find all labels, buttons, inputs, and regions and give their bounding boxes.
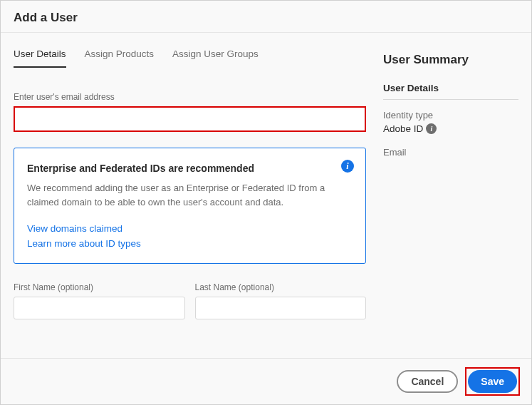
view-domains-link[interactable]: View domains claimed — [27, 223, 353, 234]
id-type-info-card: i Enterprise and Federated IDs are recom… — [14, 148, 366, 264]
email-field-highlight — [14, 106, 366, 132]
last-name-label: Last Name (optional) — [195, 282, 367, 292]
dialog-footer: Cancel Save — [1, 358, 531, 404]
summary-section-header: User Details — [383, 83, 518, 100]
cancel-button[interactable]: Cancel — [397, 370, 458, 393]
info-icon[interactable]: i — [426, 123, 437, 134]
email-label: Enter user's email address — [14, 92, 366, 102]
learn-id-types-link[interactable]: Learn more about ID types — [27, 238, 353, 249]
name-row: First Name (optional) Last Name (optiona… — [14, 282, 366, 319]
info-card-body: We recommend adding the user as an Enter… — [27, 181, 353, 209]
tab-assign-user-groups[interactable]: Assign User Groups — [172, 48, 259, 68]
dialog-body: User Details Assign Products Assign User… — [1, 33, 531, 358]
identity-type-text: Adobe ID — [383, 123, 423, 134]
dialog-title: Add a User — [14, 11, 518, 25]
add-user-dialog: Add a User User Details Assign Products … — [0, 0, 532, 405]
identity-type-label: Identity type — [383, 110, 518, 121]
tab-assign-products[interactable]: Assign Products — [85, 48, 155, 68]
first-name-input[interactable] — [14, 297, 185, 319]
dialog-header: Add a User — [1, 1, 531, 33]
save-button-highlight: Save — [465, 367, 520, 396]
info-icon: i — [341, 160, 354, 173]
summary-email-label: Email — [383, 147, 518, 158]
identity-type-value: Adobe ID i — [383, 123, 518, 134]
email-input[interactable] — [15, 108, 365, 130]
info-card-title: Enterprise and Federated IDs are recomme… — [27, 163, 353, 174]
first-name-label: First Name (optional) — [14, 282, 185, 292]
summary-title: User Summary — [383, 53, 518, 67]
left-panel: User Details Assign Products Assign User… — [14, 33, 383, 358]
last-name-input[interactable] — [195, 297, 367, 319]
save-button[interactable]: Save — [468, 370, 517, 393]
summary-panel: User Summary User Details Identity type … — [383, 33, 518, 358]
tab-bar: User Details Assign Products Assign User… — [14, 48, 366, 68]
tab-user-details[interactable]: User Details — [14, 48, 66, 68]
